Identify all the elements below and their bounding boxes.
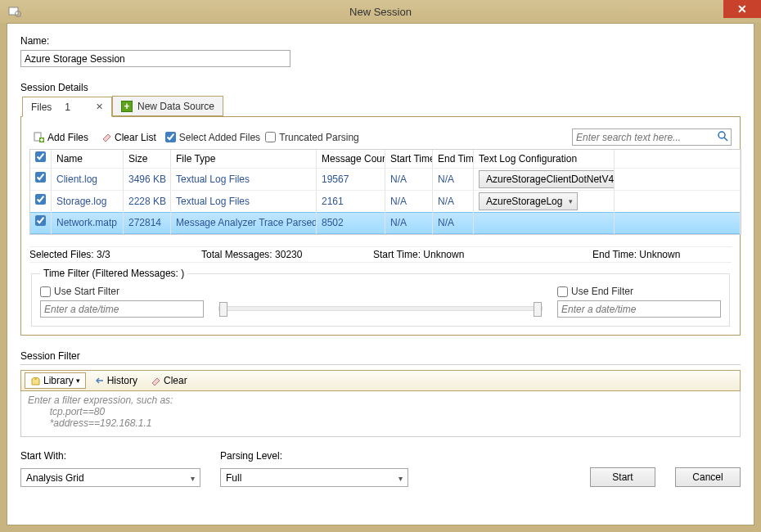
row-checkbox[interactable] [35, 172, 46, 183]
start-filter-input[interactable] [40, 300, 204, 318]
clear-filter-icon [151, 376, 161, 386]
cell-msg: 2161 [317, 191, 385, 213]
text-log-config-select[interactable]: AzureStorageClientDotNetV4▾ [479, 170, 615, 188]
eraser-icon [101, 132, 112, 142]
table-row[interactable]: Client.log3496 KBTextual Log Files19567N… [30, 168, 741, 190]
cell-end: N/A [433, 169, 474, 191]
clear-list-button[interactable]: Clear List [97, 129, 160, 146]
summary-row: Selected Files: 3/3 Total Messages: 3023… [29, 246, 732, 263]
cell-size: 2228 KB [124, 191, 171, 213]
window-title: New Session [0, 6, 761, 18]
col-msg[interactable]: Message Count [317, 150, 385, 168]
use-end-filter-box[interactable] [557, 286, 568, 297]
select-added-files-box[interactable] [165, 132, 176, 142]
add-files-button[interactable]: Add Files [29, 129, 92, 146]
summary-end: End Time: Unknown [592, 249, 732, 260]
client-area: Name: Session Details Files 1 ✕ + New Da… [7, 23, 754, 525]
start-with-select[interactable]: Analysis Grid ▾ [20, 468, 200, 487]
summary-start: Start Time: Unknown [373, 249, 537, 260]
library-icon [30, 376, 41, 386]
parsing-level-label: Parsing Level: [220, 450, 408, 462]
history-button[interactable]: History [89, 373, 142, 388]
table-header: Name Size File Type Message Count Start … [30, 150, 741, 168]
close-button[interactable]: ✕ [723, 0, 761, 18]
search-icon[interactable] [717, 130, 728, 142]
select-added-files-checkbox[interactable]: Select Added Files [165, 132, 260, 143]
header-checkbox[interactable] [35, 151, 46, 162]
tab-new-data-source-label: New Data Source [137, 101, 214, 112]
table-body: Client.log3496 KBTextual Log Files19567N… [30, 168, 741, 234]
col-cfg[interactable]: Text Log Configuration [474, 150, 615, 168]
col-name[interactable]: Name [52, 150, 124, 168]
bottom-row: Start With: Analysis Grid ▾ Parsing Leve… [20, 450, 741, 487]
time-slider[interactable] [218, 306, 543, 311]
start-with-value: Analysis Grid [26, 472, 84, 484]
history-label: History [107, 375, 137, 386]
window: New Session ✕ Name: Session Details File… [0, 0, 761, 532]
library-button[interactable]: Library ▾ [25, 372, 86, 389]
cell-type: Textual Log Files [171, 169, 317, 191]
svg-point-7 [35, 378, 37, 380]
plus-icon: + [121, 101, 133, 112]
time-filter-group: Time Filter (Filtered Messages: ) Use St… [31, 268, 730, 327]
parsing-level-select[interactable]: Full ▾ [220, 468, 408, 487]
library-label: Library [43, 375, 74, 386]
use-start-filter-label: Use Start Filter [54, 286, 119, 297]
cell-size: 3496 KB [124, 169, 171, 191]
tabs: Files 1 ✕ + New Data Source [20, 96, 741, 117]
filter-expression-input[interactable]: Enter a filter expression, such as: tcp.… [20, 391, 741, 437]
session-filter-toolbar: Library ▾ History Clear [20, 370, 741, 391]
close-icon: ✕ [737, 2, 747, 16]
truncated-parsing-box[interactable] [265, 132, 276, 142]
truncated-parsing-checkbox[interactable]: Truncated Parsing [265, 132, 359, 143]
use-start-filter-box[interactable] [40, 286, 51, 297]
col-st[interactable]: Start Time [385, 150, 433, 168]
table-row[interactable]: Storage.log2228 KBTextual Log Files2161N… [30, 190, 741, 212]
cell-type: Message Analyzer Trace Parsed [171, 212, 317, 234]
text-log-config-value: AzureStorageClientDotNetV4 [486, 169, 614, 191]
tab-files[interactable]: Files 1 ✕ [22, 97, 112, 117]
row-checkbox[interactable] [35, 215, 46, 226]
name-label: Name: [20, 35, 741, 47]
titlebar: New Session ✕ [0, 0, 761, 23]
table-row[interactable]: Network.matp272814Message Analyzer Trace… [30, 212, 741, 234]
col-type[interactable]: File Type [171, 150, 317, 168]
history-icon [94, 376, 105, 386]
cell-start: N/A [385, 169, 433, 191]
chevron-down-icon: ▾ [399, 473, 403, 482]
truncated-parsing-label: Truncated Parsing [279, 132, 359, 143]
use-end-filter-label: Use End Filter [571, 286, 633, 297]
tab-close-icon[interactable]: ✕ [96, 101, 103, 112]
add-files-label: Add Files [47, 132, 88, 143]
files-toolbar: Add Files Clear List Select Added Files … [29, 128, 732, 146]
tab-files-count: 1 [65, 101, 70, 113]
use-start-filter-checkbox[interactable]: Use Start Filter [40, 286, 204, 297]
tab-files-label: Files [31, 101, 52, 113]
cell-cfg: AzureStorageClientDotNetV4▾ [474, 169, 615, 191]
clear-filter-button[interactable]: Clear [146, 373, 192, 388]
start-button[interactable]: Start [590, 467, 655, 487]
col-size[interactable]: Size [124, 150, 171, 168]
col-et[interactable]: End Time [433, 150, 474, 168]
name-input[interactable] [20, 50, 290, 67]
app-icon [7, 3, 23, 20]
session-details-header: Session Details [20, 82, 741, 93]
end-filter-input[interactable] [557, 300, 721, 318]
cell-start: N/A [385, 191, 433, 213]
cell-start: N/A [385, 212, 433, 234]
chevron-down-icon: ▾ [76, 376, 80, 385]
summary-total: Total Messages: 30230 [201, 249, 340, 260]
slider-thumb-left[interactable] [219, 302, 227, 317]
text-log-config-select[interactable]: AzureStorageLog▾ [479, 192, 578, 210]
use-end-filter-checkbox[interactable]: Use End Filter [557, 286, 721, 297]
slider-thumb-right[interactable] [534, 302, 542, 317]
row-checkbox[interactable] [35, 194, 46, 205]
cell-msg: 8502 [317, 212, 385, 234]
time-filter-legend: Time Filter (Filtered Messages: ) [40, 268, 187, 279]
cancel-button[interactable]: Cancel [675, 467, 741, 487]
chevron-down-icon: ▾ [569, 191, 573, 213]
tab-new-data-source[interactable]: + New Data Source [112, 96, 223, 116]
cell-size: 272814 [124, 212, 171, 234]
search-input[interactable] [572, 128, 732, 146]
cell-type: Textual Log Files [171, 191, 317, 213]
